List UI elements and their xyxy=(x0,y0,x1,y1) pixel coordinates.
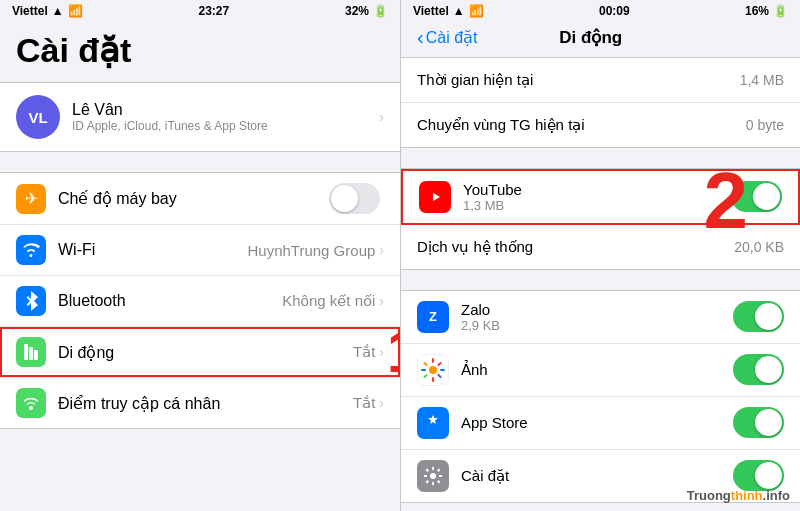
hotspot-chevron-icon: › xyxy=(379,395,384,411)
watermark-truong: Truong xyxy=(687,488,731,503)
zalo-toggle[interactable] xyxy=(733,301,784,332)
profile-chevron-icon: › xyxy=(379,109,384,125)
left-status-bar: Viettel ▲ 📶 23:27 32% 🔋 xyxy=(0,0,400,22)
profile-subtitle: ID Apple, iCloud, iTunes & App Store xyxy=(72,119,379,133)
youtube-toggle[interactable] xyxy=(731,181,782,212)
appstore-app-icon xyxy=(417,407,449,439)
zalo-text: Z xyxy=(429,309,437,324)
zalo-app-info: Zalo 2,9 KB xyxy=(461,301,733,333)
back-label: Cài đặt xyxy=(426,28,478,47)
avatar: VL xyxy=(16,95,60,139)
system-services-value: 20,0 KB xyxy=(734,239,784,255)
svg-rect-12 xyxy=(423,373,428,378)
airplane-row[interactable]: ✈ Chế độ máy bay xyxy=(0,173,400,225)
bluetooth-row[interactable]: Bluetooth Không kết nối › xyxy=(0,276,400,327)
system-services-row[interactable]: Dịch vụ hệ thống 20,0 KB xyxy=(401,225,800,269)
watermark-info: .info xyxy=(763,488,790,503)
zalo-app-name: Zalo xyxy=(461,301,733,318)
left-signal-icon: ▲ xyxy=(52,4,64,18)
watermark: Truongthinh.info xyxy=(687,488,790,503)
hotspot-icon xyxy=(16,388,46,418)
photos-app-row[interactable]: Ảnh xyxy=(401,344,800,397)
airplane-label: Chế độ máy bay xyxy=(58,189,329,208)
page-title: Cài đặt xyxy=(0,22,400,82)
appstore-app-row[interactable]: App Store xyxy=(401,397,800,450)
settings-app-info: Cài đặt xyxy=(461,467,733,485)
mobile-row[interactable]: Di động Tắt › 1 xyxy=(0,327,400,378)
airplane-toggle-knob xyxy=(331,185,358,212)
zalo-toggle-knob xyxy=(755,303,782,330)
airplane-symbol: ✈ xyxy=(25,189,38,208)
photos-app-name: Ảnh xyxy=(461,361,733,379)
left-battery-icon: 🔋 xyxy=(373,4,388,18)
mobile-symbol xyxy=(23,343,39,361)
settings-toggle[interactable] xyxy=(733,460,784,491)
right-wifi-status-icon: 📶 xyxy=(469,4,484,18)
mobile-value: Tắt xyxy=(353,343,375,361)
svg-point-6 xyxy=(429,366,437,374)
svg-point-3 xyxy=(29,406,33,410)
left-time: 23:27 xyxy=(198,4,229,18)
left-wifi-status-icon: 📶 xyxy=(68,4,83,18)
left-status-left: Viettel ▲ 📶 xyxy=(12,4,83,18)
number-1-badge: 1 xyxy=(387,322,400,382)
svg-rect-10 xyxy=(440,369,445,371)
profile-row[interactable]: VL Lê Vân ID Apple, iCloud, iTunes & App… xyxy=(0,82,400,152)
section-gap-2 xyxy=(401,270,800,290)
appstore-app-info: App Store xyxy=(461,414,733,431)
left-battery: 32% xyxy=(345,4,369,18)
svg-rect-11 xyxy=(423,361,428,366)
roaming-label: Chuyển vùng TG hiện tại xyxy=(417,115,746,135)
hotspot-row[interactable]: Điểm truy cập cá nhân Tắt › xyxy=(0,378,400,428)
roaming-value: 0 byte xyxy=(746,117,784,133)
photos-icon-svg xyxy=(419,356,447,384)
photos-app-info: Ảnh xyxy=(461,361,733,379)
wifi-chevron-icon: › xyxy=(379,242,384,258)
mobile-label: Di động xyxy=(58,343,353,362)
right-content: Thời gian hiện tại 1,4 MB Chuyển vùng TG… xyxy=(401,57,800,511)
system-services-label: Dịch vụ hệ thống xyxy=(417,237,734,257)
zalo-app-icon: Z xyxy=(417,301,449,333)
appstore-toggle[interactable] xyxy=(733,407,784,438)
svg-rect-14 xyxy=(437,373,442,378)
svg-rect-2 xyxy=(34,350,38,360)
right-carrier: Viettel xyxy=(413,4,449,18)
bluetooth-value: Không kết nối xyxy=(282,292,375,310)
wifi-symbol xyxy=(22,243,40,257)
right-battery: 16% xyxy=(745,4,769,18)
appstore-icon-svg xyxy=(423,413,443,433)
settings-group-connectivity: ✈ Chế độ máy bay Wi-Fi HuynhTrung Group … xyxy=(0,172,400,429)
svg-rect-0 xyxy=(24,344,28,360)
settings-app-name: Cài đặt xyxy=(461,467,733,485)
youtube-app-info: YouTube 1,3 MB xyxy=(463,181,731,213)
current-time-row: Thời gian hiện tại 1,4 MB xyxy=(401,58,800,103)
right-signal-icon: ▲ xyxy=(453,4,465,18)
youtube-app-icon xyxy=(419,181,451,213)
youtube-app-row[interactable]: YouTube 1,3 MB 2 xyxy=(401,169,800,225)
watermark-thinh: thinh xyxy=(731,488,763,503)
app-list-section: Z Zalo 2,9 KB xyxy=(401,290,800,503)
wifi-icon xyxy=(16,235,46,265)
appstore-toggle-knob xyxy=(755,409,782,436)
settings-app-icon xyxy=(417,460,449,492)
right-panel: Viettel ▲ 📶 00:09 16% 🔋 ‹ Cài đặt Di độn… xyxy=(400,0,800,511)
svg-rect-8 xyxy=(432,377,434,382)
apps-section: YouTube 1,3 MB 2 Dịch vụ hệ thống 20,0 K… xyxy=(401,168,800,270)
zalo-app-row[interactable]: Z Zalo 2,9 KB xyxy=(401,291,800,344)
svg-rect-13 xyxy=(437,361,442,366)
bluetooth-symbol xyxy=(24,291,38,311)
airplane-icon: ✈ xyxy=(16,184,46,214)
hotspot-symbol xyxy=(22,394,40,412)
airplane-toggle[interactable] xyxy=(329,183,380,214)
current-time-label: Thời gian hiện tại xyxy=(417,70,740,90)
wifi-label: Wi-Fi xyxy=(58,241,247,259)
youtube-app-name: YouTube xyxy=(463,181,731,198)
section-gap-1 xyxy=(401,148,800,168)
right-status-left: Viettel ▲ 📶 xyxy=(413,4,484,18)
back-button[interactable]: ‹ Cài đặt xyxy=(417,26,477,49)
right-time: 00:09 xyxy=(599,4,630,18)
photos-toggle[interactable] xyxy=(733,354,784,385)
wifi-row[interactable]: Wi-Fi HuynhTrung Group › xyxy=(0,225,400,276)
svg-rect-7 xyxy=(432,358,434,363)
bluetooth-label: Bluetooth xyxy=(58,292,282,310)
